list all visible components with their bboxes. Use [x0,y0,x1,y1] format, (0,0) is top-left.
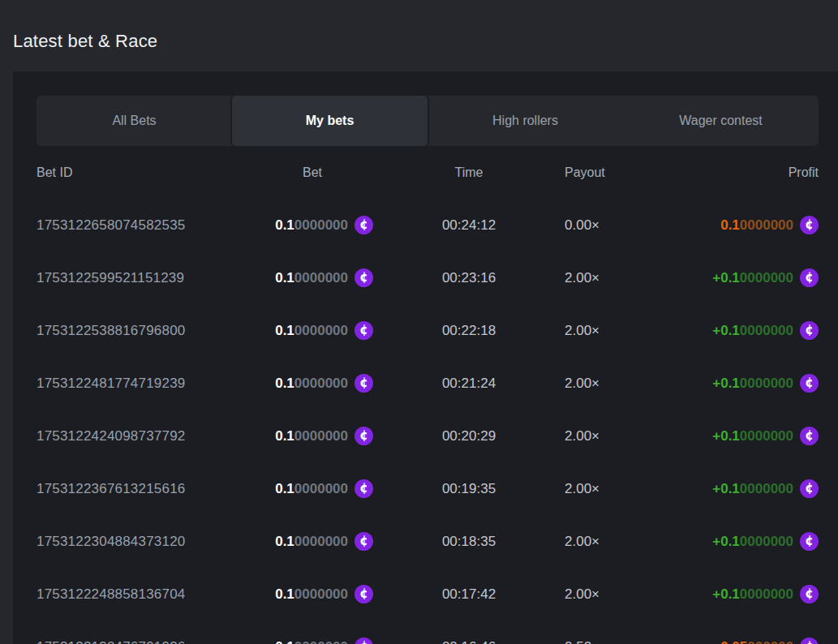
bet-amount-cell: 0.10000000 ¢ [251,638,373,644]
bet-id-cell: 1753122190476791936 [37,639,251,644]
coin-icon: ¢ [355,638,373,644]
column-header-bet-id: Bet ID [37,165,251,180]
payout-cell: 2.00× [565,270,597,286]
bet-amount: 0.10000000 [275,323,348,339]
payout-cell: 2.00× [565,376,597,392]
time-cell: 00:22:18 [373,323,565,339]
profit-amount: +0.10000000 [712,534,793,550]
bet-amount: 0.10000000 [275,376,348,392]
page-title: Latest bet & Race [0,0,838,71]
coin-icon: ¢ [355,479,373,498]
coin-icon: ¢ [800,216,819,234]
table-row[interactable]: 1753122481774719239 0.10000000 ¢ 00:21:2… [37,357,819,410]
table-row[interactable]: 1753122658074582535 0.10000000 ¢ 00:24:1… [37,199,819,251]
bet-amount-cell: 0.10000000 ¢ [251,585,373,603]
bet-amount-cell: 0.10000000 ¢ [251,427,373,445]
coin-icon: ¢ [800,427,819,445]
profit-cell: +0.10000000 ¢ [597,427,819,445]
profit-cell: +0.10000000 ¢ [597,585,819,603]
coin-icon: ¢ [355,427,373,445]
profit-amount: 0.10000000 [720,217,793,234]
coin-icon: ¢ [800,374,819,393]
bet-id-cell: 1753122538816796800 [37,323,251,339]
payout-cell: 2.00× [565,481,597,497]
latest-bets-panel: All Bets My bets High rollers Wager cont… [13,71,838,644]
bet-amount: 0.10000000 [275,639,348,644]
coin-icon: ¢ [800,585,819,603]
coin-icon: ¢ [800,268,819,287]
payout-cell: 0.50× [565,639,597,644]
column-header-time: Time [373,165,565,180]
time-cell: 00:23:16 [373,270,565,286]
profit-amount: +0.10000000 [712,323,793,339]
bet-id-cell: 1753122658074582535 [37,217,251,234]
bet-amount-cell: 0.10000000 ¢ [251,479,373,498]
time-cell: 00:20:29 [373,428,565,444]
coin-icon: ¢ [355,268,373,287]
table-row[interactable]: 1753122367613215616 0.10000000 ¢ 00:19:3… [37,462,819,515]
payout-cell: 0.00× [565,217,597,234]
coin-icon: ¢ [355,585,373,603]
profit-amount: +0.10000000 [712,376,793,392]
table-row[interactable]: 1753122538816796800 0.10000000 ¢ 00:22:1… [37,304,819,357]
coin-icon: ¢ [800,638,819,644]
bet-amount: 0.10000000 [275,534,348,550]
column-header-profit: Profit [597,165,819,180]
profit-amount: 0.05000000 [720,639,793,644]
coin-icon: ¢ [800,532,819,551]
profit-amount: +0.10000000 [712,586,793,603]
coin-icon: ¢ [800,479,819,498]
bet-amount-cell: 0.10000000 ¢ [251,374,373,393]
payout-cell: 2.00× [565,323,597,339]
coin-icon: ¢ [800,321,819,340]
coin-icon: ¢ [355,216,373,234]
coin-icon: ¢ [355,532,373,551]
table-body: 1753122658074582535 0.10000000 ¢ 00:24:1… [37,199,819,644]
profit-cell: 0.10000000 ¢ [597,216,819,234]
tab-high-rollers[interactable]: High rollers [428,96,623,146]
profit-cell: +0.10000000 ¢ [597,268,819,287]
bet-amount-cell: 0.10000000 ¢ [251,268,373,287]
time-cell: 00:18:35 [373,534,565,550]
time-cell: 00:17:42 [373,586,565,603]
bets-tab-bar: All Bets My bets High rollers Wager cont… [37,96,819,146]
payout-cell: 2.00× [565,586,597,603]
bet-amount-cell: 0.10000000 ¢ [251,216,373,234]
bet-amount: 0.10000000 [275,270,348,286]
table-row[interactable]: 1753122304884373120 0.10000000 ¢ 00:18:3… [37,515,819,568]
bet-amount: 0.10000000 [275,217,348,234]
tab-all-bets[interactable]: All Bets [37,96,232,146]
profit-amount: +0.10000000 [712,481,793,497]
table-row[interactable]: 1753122599521151239 0.10000000 ¢ 00:23:1… [37,251,819,304]
bet-id-cell: 1753122599521151239 [37,270,251,286]
bet-amount: 0.10000000 [275,481,348,497]
profit-cell: +0.10000000 ¢ [597,532,819,551]
bet-id-cell: 1753122248858136704 [37,586,251,603]
profit-amount: +0.10000000 [712,428,793,444]
table-row[interactable]: 1753122248858136704 0.10000000 ¢ 00:17:4… [37,568,819,620]
bet-id-cell: 1753122304884373120 [37,534,251,550]
table-header-row: Bet ID Bet Time Payout Profit [37,146,819,199]
profit-cell: 0.05000000 ¢ [597,638,819,644]
time-cell: 00:16:46 [373,639,565,644]
column-header-bet: Bet [251,165,373,180]
bet-amount: 0.10000000 [275,428,348,444]
profit-amount: +0.10000000 [712,270,793,286]
profit-cell: +0.10000000 ¢ [597,321,819,340]
bet-amount-cell: 0.10000000 ¢ [251,321,373,340]
tab-my-bets[interactable]: My bets [232,96,428,146]
payout-cell: 2.00× [565,428,597,444]
table-row[interactable]: 1753122190476791936 0.10000000 ¢ 00:16:4… [37,620,819,644]
bet-id-cell: 1753122481774719239 [37,376,251,392]
time-cell: 00:21:24 [373,376,565,392]
bet-id-cell: 1753122367613215616 [37,481,251,497]
bet-id-cell: 1753122424098737792 [37,428,251,444]
column-header-payout: Payout [565,165,597,180]
profit-cell: +0.10000000 ¢ [597,374,819,393]
coin-icon: ¢ [355,374,373,393]
tab-wager-contest[interactable]: Wager contest [623,96,819,146]
time-cell: 00:24:12 [373,217,565,234]
profit-cell: +0.10000000 ¢ [597,479,819,498]
table-row[interactable]: 1753122424098737792 0.10000000 ¢ 00:20:2… [37,410,819,462]
bet-amount: 0.10000000 [275,586,348,603]
